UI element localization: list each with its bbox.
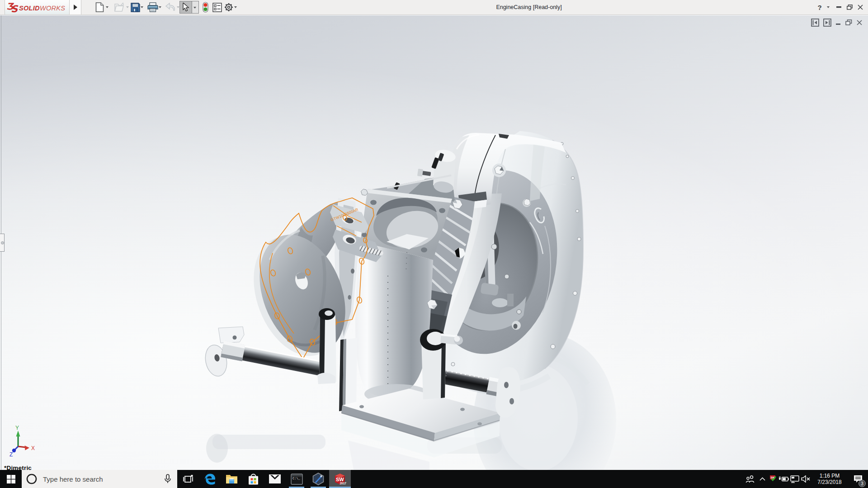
close-document-button[interactable]: [856, 19, 863, 26]
running-indicator: [289, 487, 304, 488]
feature-manager-collapsed-tab[interactable]: [0, 234, 5, 252]
taskbar-app-solidworks[interactable]: SW 2017: [329, 470, 351, 488]
start-button[interactable]: [0, 470, 22, 488]
task-view-icon: [183, 474, 193, 483]
triad-x-label: X: [31, 445, 35, 451]
taskbar-app-file-explorer[interactable]: [221, 470, 242, 488]
taskbar-app-hexagon[interactable]: [307, 470, 329, 488]
block-barrel: [355, 242, 433, 397]
taskbar: Type here to search: [0, 470, 868, 488]
notification-badge: 3: [859, 480, 866, 487]
command-prompt-icon: C:\_: [291, 474, 303, 485]
reference-triad: Y X Z: [9, 425, 35, 458]
minimize-document-button[interactable]: [835, 19, 841, 26]
running-indicator-active: [329, 487, 351, 488]
svg-text:2017: 2017: [340, 482, 347, 485]
solidworks-app-icon: SW 2017: [333, 472, 347, 486]
restore-document-button[interactable]: [845, 19, 852, 26]
people-tray-icon[interactable]: [743, 470, 757, 488]
solidworks-tray-icon[interactable]: SW: [768, 470, 778, 488]
triad-y-arrow: [16, 431, 20, 436]
hexagon-app-icon: [312, 473, 325, 485]
triad-z-label: Z: [9, 451, 13, 458]
task-view-button[interactable]: [177, 470, 199, 488]
file-explorer-icon: [226, 474, 238, 484]
previous-window-button[interactable]: [811, 19, 819, 27]
power-tray-icon[interactable]: [778, 470, 789, 488]
model-3d-view: GTW1000500AR: [0, 0, 868, 488]
taskbar-clock[interactable]: 1:16 PM 7/23/2018: [813, 473, 846, 486]
taskbar-app-edge[interactable]: [199, 470, 221, 488]
panel-tab-dot: [1, 241, 4, 244]
taskbar-app-command-prompt[interactable]: C:\_: [286, 470, 307, 488]
search-placeholder: Type here to search: [43, 475, 103, 483]
hump-bolt: [492, 164, 506, 177]
microphone-icon: [164, 474, 172, 484]
edge-icon: [204, 473, 216, 485]
clock-time: 1:16 PM: [813, 473, 846, 479]
screen: Ʒ S SOLID WORKS: [0, 0, 868, 488]
taskbar-app-mail[interactable]: [264, 470, 286, 488]
triad-x-arrow: [25, 446, 30, 450]
svg-text:C:\_: C:\_: [292, 477, 301, 480]
next-window-button[interactable]: [823, 19, 831, 27]
volume-muted-tray-icon[interactable]: [800, 470, 811, 488]
clock-date: 7/23/2018: [813, 479, 846, 486]
taskbar-search[interactable]: Type here to search: [22, 470, 177, 488]
graphics-viewport[interactable]: GTW1000500AR: [0, 15, 868, 470]
system-tray: SW: [743, 470, 868, 488]
running-indicator: [311, 487, 326, 488]
document-window-controls: [811, 17, 863, 28]
triad-y-label: Y: [15, 425, 19, 431]
action-center-button[interactable]: 3: [848, 470, 868, 488]
windows-logo-icon: [7, 475, 15, 483]
hidden-icons-chevron[interactable]: [757, 470, 768, 488]
network-display-tray-icon[interactable]: [789, 470, 800, 488]
taskbar-app-store[interactable]: [242, 470, 264, 488]
cortana-icon: [26, 473, 38, 485]
mail-icon: [269, 474, 281, 484]
store-icon: [248, 473, 259, 485]
